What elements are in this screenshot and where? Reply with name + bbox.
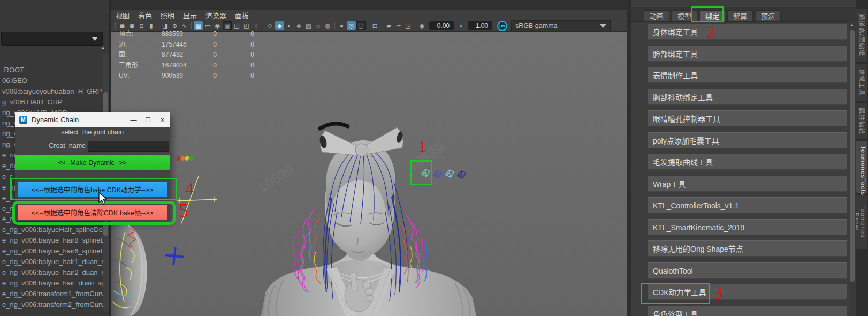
tab-attribute-editor[interactable]: 属性编辑器 — [856, 103, 867, 139]
outliner-item[interactable]: e_rig_v006:baiyue_hair8_splineDe — [2, 235, 107, 246]
tab-teamones-panel[interactable]: Teamones Panel — [856, 195, 867, 249]
viewport-menu-item[interactable]: 照明 — [161, 10, 174, 20]
annotation-box-2 — [691, 6, 724, 22]
maximize-button[interactable]: ☐ — [141, 116, 155, 124]
checkered-icon[interactable]: ▨ — [304, 21, 313, 30]
shelf-scrollbar[interactable]: ▲ — [849, 21, 856, 316]
tool-button[interactable]: 毛发提取曲线工具 — [648, 154, 847, 170]
panel-splitter[interactable] — [627, 0, 631, 316]
exposure-icon[interactable]: ◉ — [417, 21, 427, 30]
outliner-item[interactable]: e_rig_v006:transform2_fromCurve — [2, 299, 107, 310]
outliner-item[interactable]: e_rig_v006:baiyue_hair2_duan_spl — [2, 267, 107, 278]
dialog-titlebar[interactable]: M Dynamic Chain — ☐ ✕ — [15, 112, 170, 127]
motion-blur-icon[interactable]: ◎ — [347, 21, 356, 30]
tab-modeling-toolkit[interactable]: 建模工具包 — [856, 64, 867, 101]
tool-button[interactable]: 移除无用的Orig Shape节点 — [648, 240, 847, 257]
tool-button[interactable]: 眼睛瞳孔控制器工具 — [648, 110, 847, 126]
annotation-number-2: 2 — [706, 22, 715, 42]
contrast-icon[interactable]: ◑ — [456, 21, 465, 30]
creat-name-input[interactable] — [88, 141, 169, 152]
bounding-box-icon[interactable]: ◐ — [285, 21, 294, 30]
dialog-subtitle: select the joint chain — [15, 129, 170, 136]
outliner-item[interactable]: :ROOT — [2, 65, 107, 76]
isolate-view-icon[interactable]: ◳ — [403, 21, 413, 30]
viewport-header — [111, 0, 627, 10]
creat-name-label: Creat_name — [49, 142, 86, 149]
viewport-menu-item[interactable]: 视图 — [116, 10, 130, 20]
tool-button[interactable]: 脸部绑定工具 — [648, 46, 847, 62]
sleeve-model[interactable] — [111, 222, 163, 316]
tool-button[interactable]: KTL_ControllerTools_v1.1 — [648, 197, 847, 213]
select-tool-icon[interactable]: ⊡ — [370, 21, 379, 30]
tool-button[interactable]: 身体绑定工具 — [648, 24, 847, 40]
scrollbar-thumb[interactable] — [850, 30, 855, 282]
poly-count-hud: 顶点:88355900 边:175744600 面:87743200 三角形:1… — [119, 29, 254, 81]
color-management-toggle[interactable]: ON — [497, 21, 507, 31]
outliner-item[interactable]: e_rig_v006:baiyue_hair6_splineDe — [2, 246, 107, 257]
outliner-item[interactable]: v006:baiyueyouhuaban_H_GRP — [2, 86, 107, 97]
tab-animation[interactable]: 动画 — [644, 10, 669, 21]
tab-preview[interactable]: 预演 — [755, 10, 781, 21]
gem-locator-navy — [458, 171, 466, 178]
outliner-item[interactable]: e_rig_v006:baiyueHair_splineDesc — [2, 224, 107, 235]
outliner-filter-dropdown[interactable] — [1, 32, 103, 46]
viewport-menu-item[interactable]: 显示 — [183, 10, 197, 20]
minimize-button[interactable]: — — [126, 116, 141, 124]
viewport-menu-item[interactable]: 面板 — [235, 10, 249, 20]
hud-stat-row: 边:175744600 — [119, 40, 254, 50]
smooth-shade-icon[interactable]: ◆ — [275, 21, 284, 30]
tab-channel-box[interactable]: 通道盒/层编辑器 — [856, 9, 867, 62]
wireframe-icon[interactable]: ◇ — [265, 21, 275, 30]
chevron-down-icon — [92, 37, 98, 41]
tool-button[interactable]: QualothTool — [648, 262, 847, 279]
separator[interactable] — [261, 21, 265, 30]
gamma-dropdown[interactable]: sRGB gamma — [511, 20, 611, 31]
annotation-number-5: 5 — [179, 199, 188, 222]
separator[interactable] — [333, 21, 337, 30]
separator[interactable] — [413, 21, 417, 30]
tool-button[interactable]: Wrap工具 — [648, 176, 847, 192]
contrast-field[interactable]: 1.00 — [468, 21, 492, 30]
gem-locator-cyan — [446, 170, 454, 177]
close-button[interactable]: ✕ — [155, 116, 170, 124]
shadows-icon[interactable]: ◍ — [323, 21, 332, 30]
isolate-select-icon[interactable]: ▰ — [384, 21, 393, 30]
separator[interactable] — [380, 21, 384, 30]
outliner-item[interactable]: g_v006:HAIR_GRP — [2, 97, 107, 108]
tool-button[interactable]: poly点添加毛囊工具 — [648, 132, 847, 148]
outliner-item[interactable]: e_rig_v006:baiyue_hair1_duan_spl — [2, 257, 107, 267]
separator[interactable] — [366, 21, 370, 30]
tool-list: 身体绑定工具脸部绑定工具表情制作工具胸部抖动绑定工具眼睛瞳孔控制器工具poly点… — [648, 24, 847, 316]
scroll-up-icon[interactable]: ▲ — [101, 45, 105, 50]
viewport-menu-item[interactable]: 渲染器 — [205, 10, 226, 20]
separator[interactable] — [113, 21, 117, 30]
tool-button[interactable]: 胸部抖动绑定工具 — [648, 89, 847, 105]
cross-locator[interactable] — [164, 245, 185, 267]
textured-icon[interactable]: ◈ — [294, 21, 303, 30]
viewport-menubar: 视图着色照明显示渲染器面板 — [111, 10, 627, 20]
lighting-icon[interactable]: ☼ — [314, 21, 323, 30]
shelf-panel: 动画 模型 绑定 解算 预演 身体绑定工具脸部绑定工具表情制作工具胸部抖动绑定工… — [631, 0, 856, 316]
tab-teamones-tools[interactable]: TeamonesTools — [856, 141, 867, 193]
maya-logo-icon: M — [19, 116, 27, 124]
annotation-number-4: 4 — [185, 179, 194, 199]
outliner-item[interactable]: e_rig_v006:transform1_fromCurve — [2, 289, 107, 299]
viewport-menu-item[interactable]: 着色 — [138, 10, 152, 20]
tool-button[interactable]: 表情制作工具 — [648, 67, 847, 83]
character-model[interactable]: 10539 10539 — [252, 112, 626, 316]
outliner-item[interactable]: e_rig_v006:baiyue_hair_duan_splir — [2, 278, 107, 289]
anti-alias-icon[interactable]: ▢ — [356, 21, 366, 30]
outliner-item[interactable]: 06:GEO — [2, 76, 107, 86]
dialog-title: Dynamic Chain — [32, 116, 126, 124]
svg-text:10539: 10539 — [255, 161, 296, 195]
isolate-selected-icon[interactable]: ▱ — [394, 21, 403, 30]
annotation-box-3 — [641, 283, 710, 304]
ambient-occlusion-icon[interactable]: ● — [337, 21, 346, 30]
tool-button[interactable]: 角色修型工具 — [648, 306, 847, 316]
scroll-up-icon[interactable]: ▲ — [850, 22, 854, 27]
tool-button[interactable]: KTL_SmartKinematic_2019 — [648, 219, 847, 235]
annotation-number-1: 1 — [418, 137, 427, 155]
make-dynamic-button[interactable]: <<--Make Dynamic-->> — [15, 155, 170, 170]
exposure-field[interactable]: 0.00 — [429, 21, 454, 30]
tab-solve[interactable]: 解算 — [727, 10, 753, 21]
